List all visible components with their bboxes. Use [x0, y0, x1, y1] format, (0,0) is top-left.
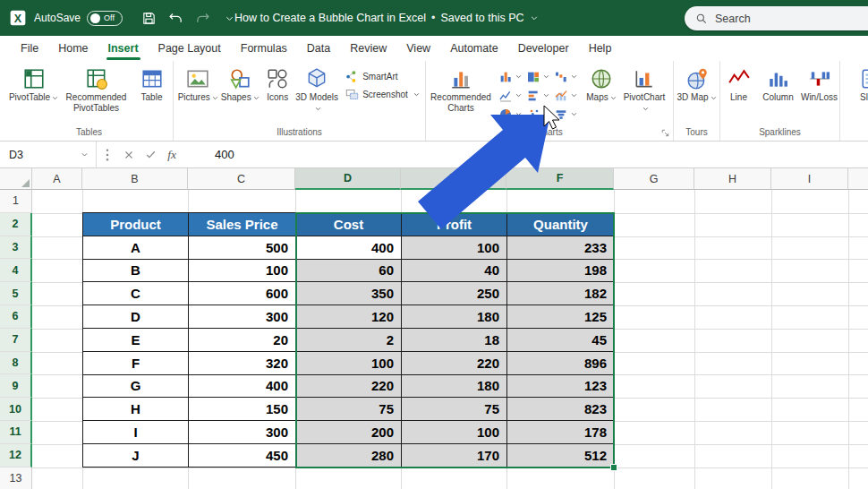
table-cell[interactable]: 100 [402, 421, 507, 444]
column-header-f[interactable]: F [506, 168, 614, 190]
ribbon-button-combo-chart[interactable] [551, 86, 579, 105]
tab-developer[interactable]: Developer [508, 36, 579, 61]
column-header-e[interactable]: E [401, 168, 506, 190]
row-header-10[interactable]: 10 [0, 398, 32, 421]
column-header-h[interactable]: H [694, 168, 771, 190]
column-header[interactable] [848, 168, 868, 190]
table-cell[interactable]: 20 [189, 328, 296, 351]
table-cell[interactable]: 178 [507, 421, 615, 444]
table-cell[interactable]: 350 [296, 282, 402, 305]
table-cell[interactable]: 450 [189, 443, 296, 467]
row-header-3[interactable]: 3 [0, 236, 32, 260]
column-header-c[interactable]: C [188, 168, 295, 190]
table-header-cost[interactable]: Cost [296, 213, 402, 236]
ribbon-button-recommended-pivottables[interactable]: Recommended PivotTables [61, 64, 132, 114]
ribbon-button-3d-map[interactable]: 3D Map [677, 64, 718, 103]
ribbon-button-slicer[interactable]: Slicer [851, 64, 868, 103]
tab-review[interactable]: Review [340, 36, 396, 61]
ribbon-button-recommended-charts[interactable]: Recommended Charts [430, 64, 491, 114]
table-cell[interactable]: 75 [402, 398, 507, 421]
formula-bar-value[interactable]: 400 [215, 148, 234, 161]
name-box[interactable]: D3 [0, 142, 97, 167]
excel-logo-icon[interactable]: X [9, 9, 27, 27]
tab-formulas[interactable]: Formulas [231, 36, 297, 61]
table-cell[interactable]: 823 [507, 398, 615, 421]
table-cell[interactable]: J [83, 443, 189, 467]
tab-automate[interactable]: Automate [440, 36, 508, 61]
cancel-icon[interactable] [119, 145, 139, 165]
table-cell[interactable]: 60 [296, 259, 402, 282]
ribbon-button-scatter-chart[interactable] [523, 105, 551, 124]
search-box[interactable]: Search [685, 6, 868, 30]
table-cell[interactable]: 150 [189, 398, 296, 421]
column-header-d[interactable]: D [295, 168, 401, 190]
column-header-a[interactable]: A [32, 168, 82, 190]
table-cell[interactable]: H [83, 398, 189, 421]
ribbon-button-3d-models[interactable]: 3D Models [295, 64, 338, 114]
table-cell[interactable]: 300 [189, 305, 296, 329]
table-cell[interactable]: 280 [296, 443, 402, 467]
table-cell[interactable]: G [83, 374, 189, 398]
ribbon-button-line[interactable]: Line [721, 64, 757, 103]
table-cell[interactable]: 120 [296, 305, 402, 329]
row-header-9[interactable]: 9 [0, 374, 32, 398]
ribbon-button-pictures[interactable]: Pictures [176, 64, 219, 103]
table-cell[interactable]: 2 [296, 328, 402, 351]
table-cell[interactable]: 182 [507, 282, 615, 305]
ribbon-button-win-loss[interactable]: Win/Loss [800, 64, 839, 103]
dialog-launcher-icon[interactable] [660, 128, 670, 138]
table-cell[interactable]: 400 [189, 374, 296, 398]
tab-view[interactable]: View [396, 36, 440, 61]
tab-data[interactable]: Data [297, 36, 340, 61]
row-header-8[interactable]: 8 [0, 352, 32, 375]
table-cell[interactable]: C [83, 282, 189, 305]
ribbon-button-icons[interactable]: Icons [260, 64, 294, 103]
table-cell[interactable]: 40 [402, 259, 507, 282]
row-header-7[interactable]: 7 [0, 329, 32, 352]
document-title[interactable]: How to Create a Bubble Chart in Excel • … [234, 0, 539, 36]
ribbon-button-waterfall-chart[interactable] [551, 67, 579, 86]
row-header-13[interactable]: 13 [0, 468, 32, 489]
ribbon-button-hierarchy-chart[interactable] [523, 67, 551, 86]
table-cell[interactable]: 220 [402, 351, 507, 374]
table-cell[interactable]: B [83, 259, 189, 282]
enter-check-icon[interactable] [140, 145, 160, 165]
table-cell[interactable]: D [83, 305, 189, 329]
select-all-corner[interactable] [0, 168, 32, 190]
table-cell[interactable]: 18 [402, 328, 507, 351]
table-cell[interactable]: I [83, 421, 189, 444]
table-cell[interactable]: 250 [402, 282, 507, 305]
table-cell[interactable]: 100 [189, 259, 296, 282]
table-header-profit[interactable]: Profit [402, 213, 507, 236]
ribbon-button-pie-chart[interactable] [496, 105, 523, 124]
autosave-toggle[interactable]: Off [87, 11, 123, 26]
tab-page-layout[interactable]: Page Layout [149, 36, 231, 61]
row-header-4[interactable]: 4 [0, 259, 32, 282]
table-cell[interactable]: 600 [189, 282, 296, 305]
table-cell[interactable]: 45 [507, 328, 615, 351]
table-cell[interactable]: 75 [296, 398, 402, 421]
row-header-2[interactable]: 2 [0, 213, 32, 236]
table-cell[interactable]: 100 [402, 236, 507, 259]
ribbon-button-pivotchart[interactable]: PivotChart [620, 64, 668, 114]
table-header-product[interactable]: Product [83, 213, 189, 236]
tab-home[interactable]: Home [48, 36, 98, 61]
ribbon-button-pivottable[interactable]: PivotTable [8, 64, 60, 103]
row-header-6[interactable]: 6 [0, 305, 32, 329]
ribbon-button-smartart[interactable]: SmartArt [343, 69, 400, 84]
table-cell[interactable]: E [83, 328, 189, 351]
table-cell[interactable]: 896 [507, 351, 615, 374]
ribbon-button-bar-chart[interactable] [523, 86, 551, 105]
row-header-1[interactable]: 1 [0, 190, 32, 213]
tab-help[interactable]: Help [579, 36, 622, 61]
ribbon-button-maps[interactable]: Maps [583, 64, 619, 103]
column-header-b[interactable]: B [82, 168, 188, 190]
table-cell[interactable]: 220 [296, 374, 402, 398]
table-cell[interactable]: 233 [507, 236, 615, 259]
tab-file[interactable]: File [11, 36, 48, 61]
table-cell[interactable]: 320 [189, 351, 296, 374]
table-cell[interactable]: 180 [402, 374, 507, 398]
row-header-12[interactable]: 12 [0, 444, 32, 468]
fill-handle[interactable] [610, 464, 617, 471]
row-header-11[interactable]: 11 [0, 421, 32, 444]
